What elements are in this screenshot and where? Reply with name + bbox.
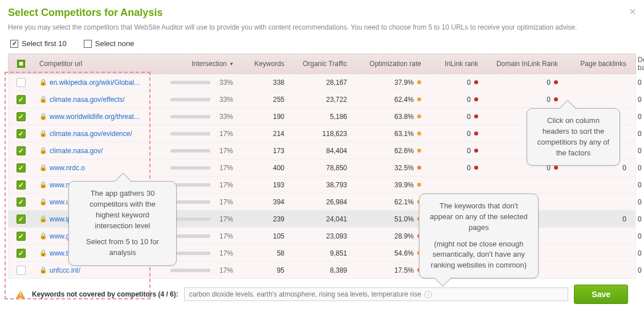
rank-dot-icon (474, 166, 478, 170)
lock-icon: 🔒 (39, 215, 47, 223)
competitor-url-link[interactable]: unfccc.int/ (50, 266, 80, 274)
header-domain-backlinks[interactable]: Domain backlinks (632, 54, 644, 73)
inlink-rank-value: 0 (467, 113, 471, 121)
competitor-url-link[interactable]: www.nrdc.o (50, 164, 85, 172)
optimization-dot-icon (417, 97, 421, 101)
page-backlinks-value: 0 (622, 164, 626, 172)
intersection-bar (170, 98, 210, 101)
intersection-value: 17% (215, 147, 233, 155)
row-checkbox[interactable] (17, 180, 26, 190)
table-row[interactable]: 🔒climate.nasa.gov/effects/33%25523,72262… (9, 91, 635, 108)
select-first-label: Select first 10 (22, 39, 67, 48)
intersection-bar (170, 166, 210, 170)
competitor-url-link[interactable]: en.wikipedia.org/wiki/Global... (50, 79, 140, 87)
lock-icon: 🔒 (39, 232, 47, 240)
competitor-url-link[interactable]: www.worldwildlife.org/threat... (50, 113, 140, 121)
keywords-value: 255 (273, 96, 284, 104)
lock-icon: 🔒 (39, 113, 47, 120)
callout-sort-headers: Click on column headers to sort the comp… (527, 108, 620, 166)
header-domain-inlink-rank[interactable]: Domain InLink Rank (484, 54, 564, 73)
inlink-rank-value: 0 (467, 130, 471, 138)
keywords-value: 58 (277, 249, 284, 257)
header-optimization-rate[interactable]: Optimization rate (353, 54, 427, 73)
inlink-rank-value: 0 (467, 164, 471, 172)
optimization-rate-value: 62.6% (394, 147, 414, 155)
inlink-rank-value: 0 (467, 96, 471, 104)
callout-text: Click on column headers to sort the comp… (535, 116, 612, 158)
lock-icon: 🔒 (39, 130, 47, 137)
optimization-rate-value: 62.4% (394, 96, 414, 104)
keywords-value: 400 (273, 164, 284, 172)
close-icon[interactable]: × (629, 6, 636, 17)
organic-traffic-value: 24,041 (326, 215, 347, 223)
optimization-dot-icon (417, 166, 421, 170)
rank-dot-icon (474, 97, 478, 101)
checkbox-icon (84, 40, 92, 48)
row-checkbox[interactable] (17, 198, 26, 207)
optimization-dot-icon (417, 131, 421, 135)
header-inlink-rank[interactable]: InLink rank (427, 54, 484, 73)
keywords-value: 105 (273, 232, 284, 240)
lock-icon: 🔒 (39, 198, 47, 205)
save-button[interactable]: Save (574, 285, 628, 304)
header-intersection-label: Intersection (191, 60, 227, 68)
sort-desc-icon: ▾ (230, 61, 233, 67)
intersection-value: 17% (215, 249, 233, 257)
domain-backlinks-value: 0 (638, 130, 642, 138)
header-organic-traffic[interactable]: Organic Traffic (290, 54, 353, 73)
info-icon[interactable]: i (425, 291, 432, 298)
intersection-value: 17% (215, 164, 233, 172)
lock-icon: 🔒 (39, 96, 47, 103)
header-competitor-url[interactable]: Competitor url (34, 54, 159, 73)
header-keywords[interactable]: Keywords (239, 54, 290, 73)
select-first-10[interactable]: Select first 10 (10, 39, 67, 48)
row-checkbox[interactable] (17, 129, 26, 138)
table-row[interactable]: 🔒en.wikipedia.org/wiki/Global...33%33828… (9, 74, 635, 91)
row-checkbox[interactable] (17, 95, 26, 104)
organic-traffic-value: 78,850 (326, 164, 347, 172)
domain-backlinks-value: 0 (638, 96, 642, 104)
competitor-url-link[interactable]: climate.nasa.gov/effects/ (50, 96, 125, 104)
dialog-subtitle: Here you may select the competitors that… (8, 23, 636, 31)
domain-inlink-rank-value: 0 (547, 79, 551, 87)
optimization-dot-icon (417, 114, 421, 118)
dialog-title: Select Competitors for Analysis (8, 7, 636, 19)
competitor-url-link[interactable]: climate.nasa.gov/evidence/ (50, 130, 132, 138)
row-checkbox[interactable] (17, 215, 26, 224)
row-checkbox[interactable] (17, 266, 26, 275)
row-checkbox[interactable] (17, 232, 26, 241)
optimization-rate-value: 28.9% (394, 232, 414, 240)
domain-backlinks-value: 0 (638, 181, 642, 189)
keywords-value: 193 (273, 181, 284, 189)
organic-traffic-value: 5,186 (330, 113, 347, 121)
page-backlinks-value: 0 (622, 215, 626, 223)
lock-icon: 🔒 (39, 164, 47, 171)
rank-dot-icon (474, 131, 478, 135)
intersection-value: 33% (215, 113, 233, 121)
row-checkbox[interactable] (17, 146, 26, 155)
keywords-not-covered-box: carbon dioxide levels, earth's atmospher… (184, 287, 569, 301)
row-checkbox[interactable] (17, 78, 26, 87)
select-none-label: Select none (95, 39, 134, 48)
rank-dot-icon (474, 149, 478, 153)
select-none[interactable]: Select none (84, 39, 134, 48)
intersection-value: 33% (215, 79, 233, 87)
lock-icon: 🔒 (39, 249, 47, 257)
row-checkbox[interactable] (17, 249, 26, 258)
lock-icon: 🔒 (39, 79, 47, 86)
organic-traffic-value: 23,722 (326, 96, 347, 104)
keywords-value: 95 (277, 266, 284, 274)
header-page-backlinks[interactable]: Page backlinks (564, 54, 632, 73)
callout-text: (might not be close enough semantically,… (427, 239, 530, 272)
row-checkbox[interactable] (17, 163, 26, 172)
callout-text: Select from 5 to 10 for analysis (77, 237, 168, 258)
row-checkbox[interactable] (17, 112, 26, 121)
header-select-all[interactable] (9, 54, 34, 73)
domain-backlinks-value: 0 (638, 249, 642, 257)
header-intersection[interactable]: Intersection ▾ (159, 54, 239, 73)
rank-dot-icon (554, 97, 558, 101)
checkbox-icon (10, 40, 18, 48)
organic-traffic-value: 28,167 (326, 79, 347, 87)
intersection-value: 17% (215, 181, 233, 189)
competitor-url-link[interactable]: climate.nasa.gov/ (50, 147, 103, 155)
